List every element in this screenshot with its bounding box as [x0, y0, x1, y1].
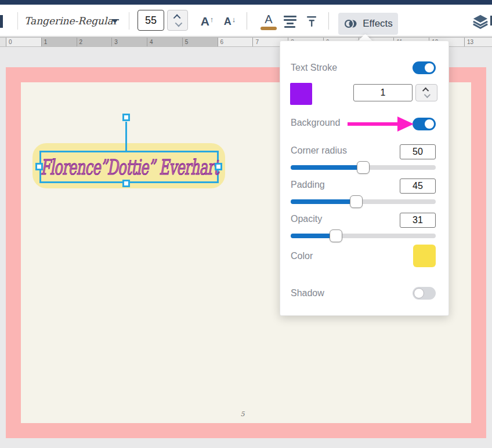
- effects-panel: Text Stroke Background Corner radius Pad…: [280, 41, 449, 316]
- letter-a: A: [265, 13, 272, 26]
- toolbar: Tangerine-Regular A ↑ A ↓ A: [0, 5, 492, 37]
- canvas-text[interactable]: Florence”Dottie” Everhart: [41, 155, 219, 179]
- corner-radius-slider[interactable]: [291, 165, 436, 170]
- toolbar-divider: [328, 12, 329, 30]
- layers-icon: [472, 13, 489, 30]
- letter-a: A: [201, 14, 209, 28]
- font-family-select[interactable]: Tangerine-Regular: [24, 9, 118, 32]
- font-size-stepper[interactable]: [167, 10, 188, 31]
- slider-handle[interactable]: [330, 230, 342, 242]
- background-color-label: Color: [291, 251, 313, 261]
- ruler-segment: 5: [182, 38, 218, 47]
- arrow-up-icon: ↑: [210, 15, 214, 24]
- text-stroke-label: Text Stroke: [291, 63, 337, 73]
- increase-font-size-button[interactable]: A ↑: [198, 12, 216, 31]
- effects-button[interactable]: Effects: [338, 13, 398, 35]
- toggle-knob: [414, 288, 424, 298]
- ruler-segment: 13: [464, 38, 492, 47]
- slider-fill: [291, 234, 336, 238]
- opacity-slider[interactable]: [291, 234, 436, 238]
- corner-radius-label: Corner radius: [291, 145, 347, 156]
- toolbar-divider: [247, 12, 247, 30]
- annotation-arrow: [346, 115, 415, 133]
- window-top-bar: [0, 0, 492, 5]
- cropped-toolbar-button[interactable]: [0, 15, 3, 28]
- ruler-segment: 0: [6, 38, 41, 47]
- stroke-width-input[interactable]: [353, 84, 413, 101]
- font-size-input[interactable]: [138, 10, 164, 31]
- align-line: [284, 16, 296, 17]
- slider-fill: [291, 165, 363, 170]
- opacity-label: Opacity: [291, 214, 322, 224]
- letter-a: A: [224, 16, 231, 28]
- padding-label: Padding: [291, 180, 325, 190]
- ruler-segment: 1: [41, 38, 77, 47]
- ruler-segment: 4: [147, 38, 182, 47]
- rotation-handle[interactable]: [122, 114, 130, 121]
- background-label: Background: [291, 118, 340, 128]
- slider-handle[interactable]: [350, 195, 363, 208]
- padding-input[interactable]: [400, 179, 436, 194]
- font-family-value: Tangerine-Regular: [24, 15, 118, 27]
- corner-radius-input[interactable]: [400, 144, 436, 159]
- resize-handle-right[interactable]: [215, 163, 222, 170]
- ruler-segment: 3: [111, 38, 147, 47]
- vertical-align-top-icon: [306, 15, 317, 28]
- effects-button-label: Effects: [363, 18, 393, 30]
- shadow-toggle[interactable]: [413, 287, 436, 300]
- background-color-swatch[interactable]: [413, 245, 436, 267]
- ruler-segment: 2: [77, 38, 112, 47]
- opacity-input[interactable]: [400, 213, 436, 228]
- decrease-font-size-button[interactable]: A ↓: [221, 12, 238, 31]
- toolbar-divider: [17, 12, 18, 30]
- chevron-down-icon: [111, 19, 118, 23]
- text-stroke-toggle[interactable]: [413, 61, 436, 74]
- toggle-knob: [425, 119, 434, 129]
- align-line: [287, 23, 294, 24]
- slider-fill: [291, 199, 356, 204]
- text-element[interactable]: Florence”Dottie” Everhart: [41, 152, 218, 182]
- arrow-down-icon: ↓: [232, 15, 236, 24]
- text-align-center-button[interactable]: [282, 12, 298, 31]
- toggle-knob: [425, 63, 434, 72]
- shadow-label: Shadow: [291, 288, 324, 298]
- align-line: [284, 26, 295, 28]
- effects-icon: [343, 18, 358, 30]
- background-toggle[interactable]: [413, 118, 436, 130]
- resize-handle-left[interactable]: [35, 163, 43, 170]
- resize-handle-bottom[interactable]: [122, 180, 130, 187]
- rotation-handle-stem: [125, 122, 127, 152]
- ruler-segment: 6: [218, 38, 253, 47]
- vertical-align-top-button[interactable]: [305, 12, 318, 31]
- stroke-color-swatch[interactable]: [290, 83, 312, 105]
- stroke-width-stepper[interactable]: [415, 84, 437, 101]
- toolbar-divider: [129, 12, 129, 30]
- current-color-bar: [261, 27, 277, 30]
- position-button[interactable]: [472, 12, 490, 31]
- slider-handle[interactable]: [357, 161, 370, 174]
- padding-slider[interactable]: [291, 199, 436, 204]
- page-number: 5: [237, 410, 248, 418]
- text-color-button[interactable]: A: [260, 12, 277, 31]
- align-line: [284, 19, 296, 21]
